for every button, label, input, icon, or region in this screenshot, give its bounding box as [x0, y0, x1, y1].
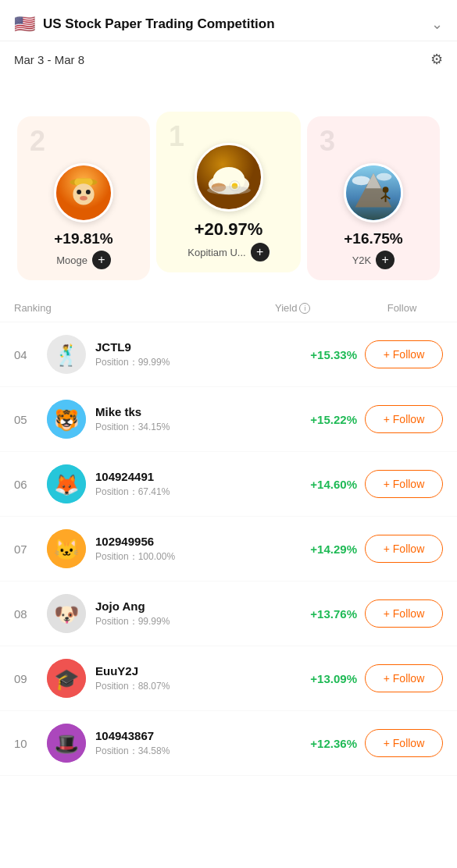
table-row: 04 🕺 JCTL9 Position：99.99% +15.33% + Fol…: [0, 322, 457, 387]
row-rank: 05: [14, 413, 47, 426]
row-name: Mike tks: [95, 405, 279, 418]
row-position: Position：100.00%: [95, 550, 279, 564]
row-position: Position：34.15%: [95, 421, 279, 434]
svg-text:🐱: 🐱: [54, 537, 80, 562]
svg-point-13: [207, 186, 251, 194]
row-yield: +15.33%: [279, 348, 357, 361]
row-yield: +15.22%: [279, 413, 357, 426]
svg-point-19: [383, 187, 389, 193]
row-name: 104943867: [95, 729, 279, 742]
podium-third-avatar: [344, 163, 403, 222]
row-rank: 04: [14, 348, 47, 361]
row-info: Mike tks Position：34.15%: [95, 405, 279, 434]
svg-text:🐶: 🐶: [54, 602, 80, 627]
row-rank: 09: [14, 672, 47, 685]
podium-second-yield: +19.81%: [54, 230, 113, 247]
svg-text:🕺: 🕺: [54, 343, 80, 368]
svg-point-3: [73, 183, 94, 205]
row-yield: +14.60%: [279, 478, 357, 491]
follow-button[interactable]: + Follow: [365, 405, 443, 433]
podium-third-follow-button[interactable]: +: [376, 251, 395, 269]
filter-icon[interactable]: ⚙: [430, 51, 443, 68]
row-info: 102949956 Position：100.00%: [95, 535, 279, 564]
row-yield: +13.76%: [279, 607, 357, 621]
svg-point-4: [77, 190, 81, 194]
row-avatar: 🐱: [47, 529, 86, 568]
podium-second-avatar: [54, 163, 113, 222]
row-yield: +14.29%: [279, 542, 357, 556]
page-title: US Stock Paper Trading Competition: [43, 16, 275, 32]
row-info: JCTL9 Position：99.99%: [95, 340, 279, 369]
follow-button[interactable]: + Follow: [365, 535, 443, 563]
follow-button[interactable]: + Follow: [365, 470, 443, 498]
podium-third-name: Y2K: [352, 254, 372, 266]
podium-second-follow-button[interactable]: +: [92, 251, 111, 269]
follow-button[interactable]: + Follow: [365, 664, 443, 692]
follow-button[interactable]: + Follow: [365, 729, 443, 757]
table-row: 06 🦊 104924491 Position：67.41% +14.60% +…: [0, 452, 457, 517]
row-info: 104924491 Position：67.41%: [95, 470, 279, 499]
podium-section: 2 +19.81% Mooge + 1: [0, 77, 457, 296]
col-yield-label: Yield i: [275, 302, 361, 314]
col-follow-label: Follow: [361, 302, 443, 314]
podium-first-name-row: Kopitiam U... +: [187, 243, 269, 261]
podium-first-rank: 1: [169, 123, 184, 151]
podium-first-avatar: [195, 143, 263, 212]
leaderboard-header: Ranking Yield i Follow: [0, 296, 457, 322]
row-yield: +13.09%: [279, 672, 357, 685]
row-rank: 10: [14, 737, 47, 750]
col-ranking-label: Ranking: [14, 302, 47, 314]
row-info: Jojo Ang Position：99.99%: [95, 599, 279, 628]
svg-text:🎩: 🎩: [54, 731, 80, 756]
row-avatar: 🐶: [47, 594, 86, 633]
podium-second: 2 +19.81% Mooge +: [17, 116, 150, 280]
follow-button[interactable]: + Follow: [365, 340, 443, 368]
svg-text:🦊: 🦊: [54, 472, 80, 497]
row-info: 104943867 Position：34.58%: [95, 729, 279, 758]
row-position: Position：99.99%: [95, 615, 279, 628]
svg-point-15: [352, 176, 370, 186]
row-rank: 08: [14, 607, 47, 621]
flag-icon: 🇺🇸: [14, 14, 35, 34]
row-name: Jojo Ang: [95, 599, 279, 613]
follow-button[interactable]: + Follow: [365, 599, 443, 628]
row-position: Position：34.58%: [95, 745, 279, 758]
row-position: Position：67.41%: [95, 486, 279, 499]
row-info: EuuY2J Position：88.07%: [95, 664, 279, 693]
row-avatar: 🐯: [47, 400, 86, 439]
row-name: 102949956: [95, 535, 279, 548]
svg-point-6: [80, 196, 87, 201]
table-row: 08 🐶 Jojo Ang Position：99.99% +13.76% + …: [0, 582, 457, 646]
podium-first-name: Kopitiam U...: [187, 247, 245, 258]
row-position: Position：99.99%: [95, 356, 279, 369]
podium-third: 3 +16.75% Y2K +: [307, 116, 440, 280]
row-yield: +12.36%: [279, 737, 357, 750]
row-name: JCTL9: [95, 340, 279, 354]
yield-info-icon[interactable]: i: [299, 303, 310, 314]
date-range: Mar 3 - Mar 8: [14, 53, 84, 66]
svg-text:🎓: 🎓: [54, 667, 80, 692]
podium-first-follow-button[interactable]: +: [251, 243, 270, 261]
podium-second-rank: 2: [30, 127, 45, 155]
podium-second-name: Mooge: [56, 254, 87, 266]
row-name: 104924491: [95, 470, 279, 483]
table-row: 10 🎩 104943867 Position：34.58% +12.36% +…: [0, 711, 457, 776]
svg-point-16: [377, 173, 391, 181]
podium-third-yield: +16.75%: [344, 230, 403, 247]
row-avatar: 🎓: [47, 659, 86, 698]
row-rank: 07: [14, 542, 47, 556]
svg-point-5: [86, 190, 91, 194]
row-rank: 06: [14, 478, 47, 491]
app-header: 🇺🇸 US Stock Paper Trading Competition ⌄: [0, 0, 457, 41]
table-row: 09 🎓 EuuY2J Position：88.07% +13.09% + Fo…: [0, 646, 457, 711]
row-name: EuuY2J: [95, 664, 279, 678]
leaderboard-list: 04 🕺 JCTL9 Position：99.99% +15.33% + Fol…: [0, 322, 457, 776]
row-avatar: 🕺: [47, 335, 86, 374]
header-left: 🇺🇸 US Stock Paper Trading Competition: [14, 14, 275, 34]
row-avatar: 🎩: [47, 724, 86, 763]
podium-first-yield: +20.97%: [195, 219, 262, 240]
table-row: 05 🐯 Mike tks Position：34.15% +15.22% + …: [0, 387, 457, 452]
podium-third-name-row: Y2K +: [352, 251, 395, 269]
chevron-down-icon[interactable]: ⌄: [431, 16, 443, 33]
podium-second-name-row: Mooge +: [56, 251, 111, 269]
